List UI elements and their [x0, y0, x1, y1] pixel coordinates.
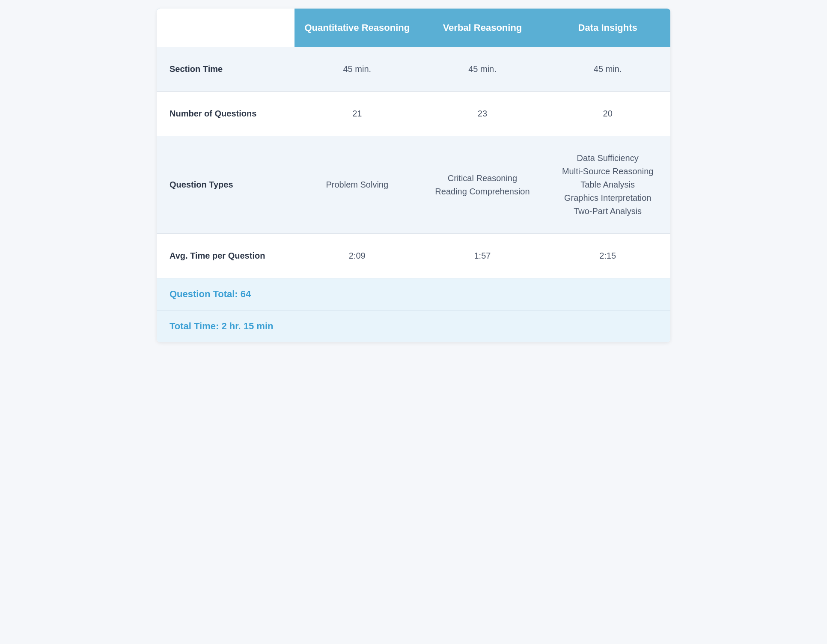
total-time-text: Total Time: 2 hr. 15 min — [170, 321, 273, 331]
data-type-3: Table Analysis — [580, 180, 635, 190]
question-types-verbal: Critical Reasoning Reading Comprehension — [420, 136, 545, 233]
data-type-2: Multi-Source Reasoning — [562, 167, 653, 176]
num-questions-verbal: 23 — [420, 92, 545, 136]
question-types-data: Data Sufficiency Multi-Source Reasoning … — [545, 136, 670, 233]
avg-time-row: Avg. Time per Question 2:09 1:57 2:15 — [157, 234, 670, 278]
header-empty-cell — [157, 9, 295, 47]
num-questions-quant: 21 — [295, 92, 420, 136]
header-row: Quantitative Reasoning Verbal Reasoning … — [157, 9, 670, 47]
verbal-type-2: Reading Comprehension — [435, 187, 530, 197]
num-questions-row: Number of Questions 21 23 20 — [157, 92, 670, 136]
header-data-insights: Data Insights — [545, 9, 670, 47]
data-type-4: Graphics Interpretation — [564, 193, 651, 203]
total-time-row: Total Time: 2 hr. 15 min — [157, 310, 670, 342]
main-table: Quantitative Reasoning Verbal Reasoning … — [157, 9, 670, 342]
header-quant: Quantitative Reasoning — [295, 9, 420, 47]
question-types-row: Question Types Problem Solving Critical … — [157, 136, 670, 234]
question-types-label: Question Types — [157, 136, 295, 233]
section-time-data: 45 min. — [545, 47, 670, 91]
question-total-text: Question Total: 64 — [170, 289, 251, 299]
avg-time-verbal: 1:57 — [420, 234, 545, 278]
avg-time-quant: 2:09 — [295, 234, 420, 278]
avg-time-label: Avg. Time per Question — [157, 234, 295, 278]
question-types-quant: Problem Solving — [295, 136, 420, 233]
section-time-quant: 45 min. — [295, 47, 420, 91]
data-type-1: Data Sufficiency — [577, 153, 639, 163]
verbal-type-1: Critical Reasoning — [448, 173, 517, 183]
data-type-5: Two-Part Analysis — [574, 206, 642, 216]
section-time-label: Section Time — [157, 47, 295, 91]
header-verbal: Verbal Reasoning — [420, 9, 545, 47]
section-time-verbal: 45 min. — [420, 47, 545, 91]
question-total-row: Question Total: 64 — [157, 278, 670, 310]
num-questions-label: Number of Questions — [157, 92, 295, 136]
num-questions-data: 20 — [545, 92, 670, 136]
avg-time-data: 2:15 — [545, 234, 670, 278]
section-time-row: Section Time 45 min. 45 min. 45 min. — [157, 47, 670, 92]
